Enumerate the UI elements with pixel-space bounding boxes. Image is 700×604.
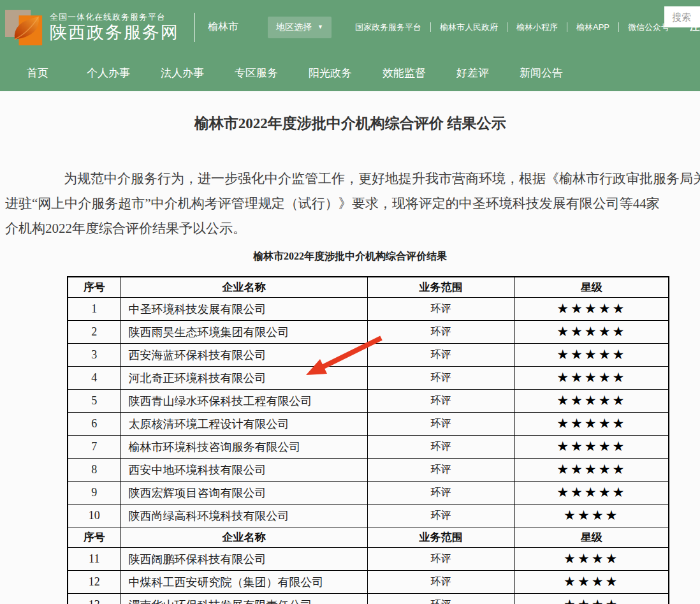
- link-divider: [507, 22, 507, 32]
- cell-star-rating: ★★★★★: [514, 298, 669, 321]
- cell-star-rating: ★★★★★: [514, 413, 669, 436]
- table-row: 11陕西阔鹏环保科技有限公司环评★★★★: [68, 548, 669, 571]
- table-row: 7榆林市环境科技咨询服务有限公司环评★★★★★: [68, 436, 669, 459]
- column-header: 业务范围: [367, 527, 514, 548]
- cell-serial-number: 7: [68, 436, 120, 459]
- cell-serial-number: 9: [68, 482, 120, 505]
- site-logo-icon[interactable]: [5, 8, 43, 47]
- cell-serial-number: 8: [68, 459, 120, 482]
- cell-serial-number: 10: [68, 505, 120, 527]
- column-header: 星级: [514, 277, 669, 298]
- column-header: 企业名称: [120, 277, 367, 298]
- cell-company-name: 中圣环境科技发展有限公司: [120, 298, 367, 321]
- cell-star-rating: ★★★★★: [514, 459, 669, 482]
- top-link[interactable]: 榆林小程序: [516, 22, 558, 33]
- cell-company-name: 河北奇正环境科技有限公司: [120, 367, 367, 390]
- cell-serial-number: 5: [68, 390, 120, 413]
- cell-company-name: 陕西阔鹏环保科技有限公司: [120, 548, 367, 571]
- cell-business-scope: 环评: [367, 367, 514, 390]
- cell-business-scope: 环评: [367, 321, 514, 344]
- cell-company-name: 陕西青山绿水环保科技工程有限公司: [120, 390, 367, 413]
- cell-star-rating: ★★★★★: [514, 344, 669, 367]
- topbar: 全国一体化在线政务服务平台 陕西政务服务网 榆林市 地区选择 ▼ 国家政务服务平…: [0, 0, 700, 54]
- cell-company-name: 陕西尚绿高科环境科技有限公司: [120, 505, 367, 527]
- cell-serial-number: 1: [68, 298, 120, 321]
- platform-tagline: 全国一体化在线政务服务平台: [50, 13, 179, 21]
- site-header: 全国一体化在线政务服务平台 陕西政务服务网 榆林市 地区选择 ▼ 国家政务服务平…: [0, 0, 700, 91]
- cell-business-scope: 环评: [367, 436, 514, 459]
- search-input[interactable]: [664, 6, 700, 27]
- cell-star-rating: ★★★★★: [514, 321, 669, 344]
- cell-serial-number: 12: [68, 571, 120, 594]
- cell-business-scope: 环评: [367, 344, 514, 367]
- page-title: 榆林市2022年度涉批中介机构综合评价 结果公示: [0, 114, 700, 134]
- cell-company-name: 榆林市环境科技咨询服务有限公司: [120, 436, 367, 459]
- cell-serial-number: 6: [68, 413, 120, 436]
- current-city-label: 榆林市: [208, 20, 238, 34]
- column-header: 序号: [68, 277, 120, 298]
- nav-item-5[interactable]: 阳光政务: [309, 66, 352, 80]
- table-row: 2陕西雨昊生态环境集团有限公司环评★★★★★: [68, 321, 669, 344]
- table-row: 8西安中地环境科技有限公司环评★★★★★: [68, 459, 669, 482]
- cell-company-name: 中煤科工西安研究院（集团）有限公司: [120, 571, 367, 594]
- table-header-row: 序号企业名称业务范围星级: [68, 277, 669, 298]
- nav-item-7[interactable]: 好差评: [456, 66, 489, 80]
- table-row: 10陕西尚绿高科环境科技有限公司环评★★★★: [68, 505, 669, 527]
- cell-serial-number: 2: [68, 321, 120, 344]
- top-link[interactable]: 微信公众号: [628, 22, 669, 33]
- cell-star-rating: ★★★★: [514, 571, 669, 594]
- top-links: 国家政务服务平台榆林市人民政府榆林小程序榆林APP微信公众号: [355, 22, 669, 33]
- nav-item-1[interactable]: 首页: [27, 66, 48, 80]
- cell-serial-number: 3: [68, 344, 120, 367]
- cell-serial-number: 13: [68, 594, 120, 604]
- region-selector-label: 地区选择: [276, 22, 312, 33]
- cell-star-rating: ★★★★: [514, 594, 669, 604]
- cell-company-name: 太原核清环境工程设计有限公司: [120, 413, 367, 436]
- cell-company-name: 西安海蓝环保科技有限公司: [120, 344, 367, 367]
- nav-item-3[interactable]: 法人办事: [161, 66, 204, 80]
- column-header: 序号: [68, 527, 120, 548]
- table-row: 12中煤科工西安研究院（集团）有限公司环评★★★★: [68, 571, 669, 594]
- column-header: 业务范围: [367, 277, 514, 298]
- table-row: 6太原核清环境工程设计有限公司环评★★★★★: [68, 413, 669, 436]
- cell-business-scope: 环评: [367, 459, 514, 482]
- link-divider: [430, 22, 431, 32]
- table-row: 1中圣环境科技发展有限公司环评★★★★★: [68, 298, 669, 321]
- cell-company-name: 渭南华山环保科技发展有限责任公司: [120, 594, 367, 604]
- brand-block: 全国一体化在线政务服务平台 陕西政务服务网: [50, 13, 179, 41]
- cell-business-scope: 环评: [367, 390, 514, 413]
- cell-star-rating: ★★★★★: [514, 390, 669, 413]
- link-divider: [618, 22, 619, 32]
- nav-item-2[interactable]: 个人办事: [87, 66, 130, 80]
- nav-item-8[interactable]: 新闻公告: [520, 66, 563, 80]
- region-selector-button[interactable]: 地区选择 ▼: [268, 17, 332, 38]
- paragraph-line: 介机构2022年度综合评价结果予以公示。: [0, 216, 700, 241]
- table-row: 4河北奇正环境科技有限公司环评★★★★★: [68, 367, 669, 390]
- table-header-row: 序号企业名称业务范围星级: [68, 527, 669, 548]
- top-link[interactable]: 榆林APP: [576, 22, 609, 33]
- main-nav: 首页个人办事法人办事专区服务阳光政务效能监督好差评新闻公告: [0, 54, 700, 91]
- cell-business-scope: 环评: [367, 594, 514, 604]
- site-name: 陕西政务服务网: [50, 24, 179, 41]
- cell-business-scope: 环评: [367, 482, 514, 505]
- cell-business-scope: 环评: [367, 413, 514, 436]
- chevron-down-icon: ▼: [317, 24, 323, 30]
- table-row: 3西安海蓝环保科技有限公司环评★★★★★: [68, 344, 669, 367]
- top-link[interactable]: 国家政务服务平台: [355, 22, 421, 33]
- cell-star-rating: ★★★★★: [514, 482, 669, 505]
- cell-company-name: 西安中地环境科技有限公司: [120, 459, 367, 482]
- cell-star-rating: ★★★★: [514, 505, 669, 527]
- column-header: 企业名称: [120, 527, 367, 548]
- top-link[interactable]: 榆林市人民政府: [440, 22, 498, 33]
- nav-item-6[interactable]: 效能监督: [383, 66, 426, 80]
- brand-divider: [194, 13, 195, 42]
- paragraph-line: 进驻“网上中介服务超市”中介机构考评管理规定（试行）》要求，现将评定的中圣环境科…: [0, 191, 700, 216]
- table-caption: 榆林市2022年度涉批中介机构综合评价结果: [0, 251, 700, 262]
- evaluation-table: 序号企业名称业务范围星级1中圣环境科技发展有限公司环评★★★★★2陕西雨昊生态环…: [67, 276, 669, 604]
- cell-company-name: 陕西宏辉项目咨询有限公司: [120, 482, 367, 505]
- cell-business-scope: 环评: [367, 505, 514, 527]
- nav-item-4[interactable]: 专区服务: [235, 66, 278, 80]
- cell-business-scope: 环评: [367, 571, 514, 594]
- cell-star-rating: ★★★★: [514, 548, 669, 571]
- paragraph-line: 为规范中介服务行为，进一步强化中介监管工作，更好地提升我市营商环境，根据《榆林市…: [0, 166, 700, 191]
